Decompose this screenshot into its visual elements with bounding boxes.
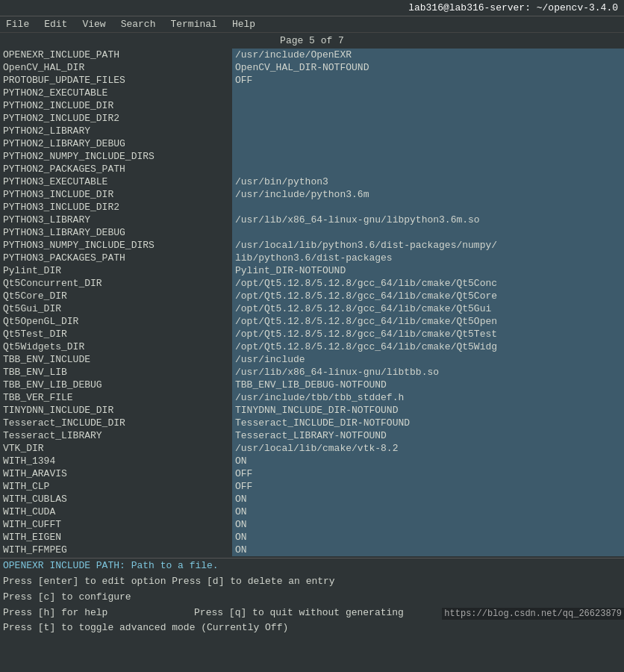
cmake-value[interactable]: /opt/Qt5.12.8/5.12.8/gcc_64/lib/cmake/Qt… — [231, 328, 624, 340]
table-row[interactable]: WITH_EIGENON — [0, 531, 624, 544]
table-row[interactable]: TBB_ENV_LIB/usr/lib/x86_64-linux-gnu/lib… — [0, 366, 624, 379]
menu-item-terminal[interactable]: Terminal — [167, 18, 219, 31]
cmake-key: WITH_FFMPEG — [0, 544, 231, 556]
table-row[interactable]: PYTHON3_PACKAGES_PATHlib/python3.6/dist-… — [0, 252, 624, 264]
cmake-value[interactable]: /usr/include/python3.6m — [231, 188, 624, 201]
menu-item-view[interactable]: View — [79, 18, 108, 31]
cmake-table: OPENEXR_INCLUDE_PATH/usr/include/OpenEXR… — [0, 49, 624, 556]
cmake-value[interactable]: /opt/Qt5.12.8/5.12.8/gcc_64/lib/cmake/Qt… — [231, 340, 624, 353]
table-row[interactable]: PYTHON2_INCLUDE_DIR — [0, 99, 624, 112]
cmake-key: PYTHON2_LIBRARY — [0, 125, 231, 137]
table-row[interactable]: Qt5Concurrent_DIR/opt/Qt5.12.8/5.12.8/gc… — [0, 277, 624, 290]
table-row[interactable]: PYTHON3_LIBRARY_DEBUG — [0, 226, 624, 239]
table-row[interactable]: PYTHON3_INCLUDE_DIR/usr/include/python3.… — [0, 188, 624, 201]
cmake-value[interactable]: Tesseract_LIBRARY-NOTFOUND — [231, 429, 624, 442]
table-row[interactable]: Qt5Test_DIR/opt/Qt5.12.8/5.12.8/gcc_64/l… — [0, 328, 624, 340]
cmake-value[interactable]: /opt/Qt5.12.8/5.12.8/gcc_64/lib/cmake/Qt… — [231, 302, 624, 315]
cmake-value[interactable]: Pylint_DIR-NOTFOUND — [231, 264, 624, 277]
table-row[interactable]: PYTHON2_PACKAGES_PATH — [0, 163, 624, 175]
table-row[interactable]: WITH_1394ON — [0, 455, 624, 467]
cmake-key: Qt5Test_DIR — [0, 328, 231, 340]
table-row[interactable]: Qt5Widgets_DIR/opt/Qt5.12.8/5.12.8/gcc_6… — [0, 340, 624, 353]
menu-item-edit[interactable]: Edit — [41, 18, 70, 31]
table-row[interactable]: PYTHON3_NUMPY_INCLUDE_DIRS/usr/local/lib… — [0, 239, 624, 252]
cmake-value[interactable]: TINYDNN_INCLUDE_DIR-NOTFOUND — [231, 404, 624, 417]
cmake-value[interactable]: /usr/lib/x86_64-linux-gnu/libpython3.6m.… — [231, 214, 624, 226]
menu-item-search[interactable]: Search — [118, 18, 159, 31]
cmake-key: TINYDNN_INCLUDE_DIR — [0, 404, 231, 417]
table-row[interactable]: Qt5Core_DIR/opt/Qt5.12.8/5.12.8/gcc_64/l… — [0, 290, 624, 302]
table-row[interactable]: Tesseract_LIBRARYTesseract_LIBRARY-NOTFO… — [0, 429, 624, 442]
cmake-value[interactable] — [231, 150, 624, 163]
cmake-value[interactable]: ON — [231, 505, 624, 518]
cmake-value[interactable] — [231, 99, 624, 112]
table-row[interactable]: PYTHON2_NUMPY_INCLUDE_DIRS — [0, 150, 624, 163]
cmake-value[interactable] — [231, 125, 624, 137]
table-row[interactable]: WITH_FFMPEGON — [0, 544, 624, 556]
cmake-key: PYTHON3_LIBRARY — [0, 214, 231, 226]
table-row[interactable]: PYTHON2_EXECUTABLE — [0, 87, 624, 99]
cmake-value[interactable]: ON — [231, 544, 624, 556]
title-bar: lab316@lab316-server: ~/opencv-3.4.0 — [0, 0, 624, 16]
cmake-value[interactable]: ON — [231, 455, 624, 467]
table-row[interactable]: TBB_ENV_INCLUDE/usr/include — [0, 353, 624, 366]
menu-item-file[interactable]: File — [3, 18, 32, 31]
table-row[interactable]: Qt5Gui_DIR/opt/Qt5.12.8/5.12.8/gcc_64/li… — [0, 302, 624, 315]
table-row[interactable]: Tesseract_INCLUDE_DIRTesseract_INCLUDE_D… — [0, 417, 624, 429]
cmake-value[interactable]: /usr/local/lib/python3.6/dist-packages/n… — [231, 239, 624, 252]
table-row[interactable]: TINYDNN_INCLUDE_DIRTINYDNN_INCLUDE_DIR-N… — [0, 404, 624, 417]
cmake-value[interactable]: /usr/local/lib/cmake/vtk-8.2 — [231, 442, 624, 455]
table-row[interactable]: TBB_ENV_LIB_DEBUGTBB_ENV_LIB_DEBUG-NOTFO… — [0, 379, 624, 391]
table-row[interactable]: Pylint_DIRPylint_DIR-NOTFOUND — [0, 264, 624, 277]
table-row[interactable]: VTK_DIR/usr/local/lib/cmake/vtk-8.2 — [0, 442, 624, 455]
table-row[interactable]: WITH_ARAVISOFF — [0, 467, 624, 480]
cmake-value[interactable]: /opt/Qt5.12.8/5.12.8/gcc_64/lib/cmake/Qt… — [231, 315, 624, 328]
table-row[interactable]: WITH_CUDAON — [0, 505, 624, 518]
table-row[interactable]: WITH_CLPOFF — [0, 480, 624, 493]
cmake-value[interactable]: ON — [231, 518, 624, 531]
cmake-value[interactable]: ON — [231, 531, 624, 544]
cmake-value[interactable]: OFF — [231, 467, 624, 480]
cmake-value[interactable] — [231, 163, 624, 175]
cmake-value[interactable]: /usr/include/tbb/tbb_stddef.h — [231, 391, 624, 404]
table-row[interactable]: OpenCV_HAL_DIROpenCV_HAL_DIR-NOTFOUND — [0, 61, 624, 74]
cmake-value[interactable]: lib/python3.6/dist-packages — [231, 252, 624, 264]
cmake-value[interactable] — [231, 226, 624, 239]
cmake-value[interactable]: /usr/bin/python3 — [231, 175, 624, 188]
cmake-key: PYTHON3_LIBRARY_DEBUG — [0, 226, 231, 239]
table-row[interactable]: PYTHON2_LIBRARY — [0, 125, 624, 137]
table-row[interactable]: PYTHON3_EXECUTABLE/usr/bin/python3 — [0, 175, 624, 188]
cmake-key: Tesseract_INCLUDE_DIR — [0, 417, 231, 429]
cmake-value[interactable] — [231, 137, 624, 150]
cmake-value[interactable]: /usr/lib/x86_64-linux-gnu/libtbb.so — [231, 366, 624, 379]
cmake-value[interactable]: /opt/Qt5.12.8/5.12.8/gcc_64/lib/cmake/Qt… — [231, 277, 624, 290]
cmake-value[interactable]: /opt/Qt5.12.8/5.12.8/gcc_64/lib/cmake/Qt… — [231, 290, 624, 302]
table-row[interactable]: PYTHON2_INCLUDE_DIR2 — [0, 112, 624, 125]
table-row[interactable]: PYTHON2_LIBRARY_DEBUG — [0, 137, 624, 150]
table-row[interactable]: TBB_VER_FILE/usr/include/tbb/tbb_stddef.… — [0, 391, 624, 404]
cmake-value[interactable] — [231, 87, 624, 99]
cmake-key: Qt5Gui_DIR — [0, 302, 231, 315]
table-row[interactable]: Qt5OpenGL_DIR/opt/Qt5.12.8/5.12.8/gcc_64… — [0, 315, 624, 328]
table-row[interactable]: WITH_CUFFTON — [0, 518, 624, 531]
cmake-value[interactable]: ON — [231, 493, 624, 505]
cmake-key: PYTHON3_EXECUTABLE — [0, 175, 231, 188]
cmake-value[interactable]: OFF — [231, 480, 624, 493]
cmake-value[interactable]: OFF — [231, 74, 624, 87]
table-row[interactable]: PYTHON3_INCLUDE_DIR2 — [0, 201, 624, 214]
cmake-value[interactable]: OpenCV_HAL_DIR-NOTFOUND — [231, 61, 624, 74]
cmake-value[interactable]: /usr/include/OpenEXR — [231, 49, 624, 61]
cmake-value[interactable]: /usr/include — [231, 353, 624, 366]
cmake-value[interactable] — [231, 201, 624, 214]
cmake-key: Tesseract_LIBRARY — [0, 429, 231, 442]
table-row[interactable]: PROTOBUF_UPDATE_FILESOFF — [0, 74, 624, 87]
cmake-key: Qt5Widgets_DIR — [0, 340, 231, 353]
cmake-value[interactable]: TBB_ENV_LIB_DEBUG-NOTFOUND — [231, 379, 624, 391]
table-row[interactable]: WITH_CUBLASON — [0, 493, 624, 505]
table-row[interactable]: OPENEXR_INCLUDE_PATH/usr/include/OpenEXR — [0, 49, 624, 61]
table-row[interactable]: PYTHON3_LIBRARY/usr/lib/x86_64-linux-gnu… — [0, 214, 624, 226]
cmake-key: Qt5Core_DIR — [0, 290, 231, 302]
menu-item-help[interactable]: Help — [229, 18, 258, 31]
cmake-value[interactable]: Tesseract_INCLUDE_DIR-NOTFOUND — [231, 417, 624, 429]
cmake-value[interactable] — [231, 112, 624, 125]
